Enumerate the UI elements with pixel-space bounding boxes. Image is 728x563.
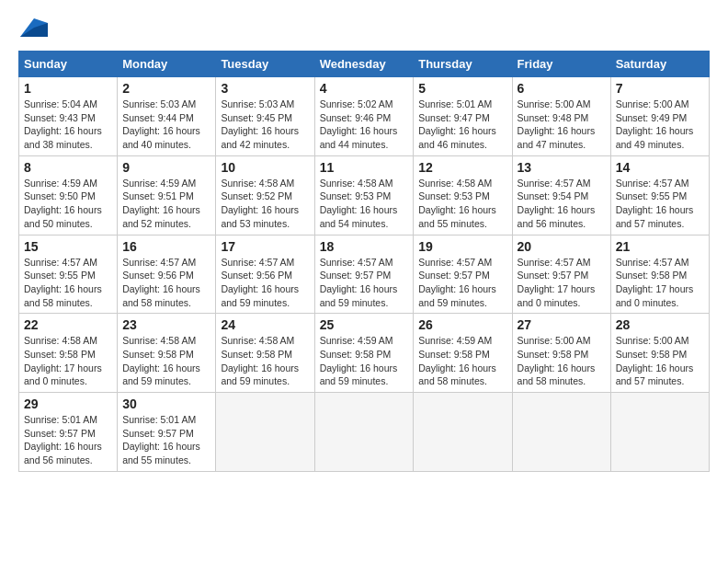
day-info: Sunrise: 4:59 AM Sunset: 9:50 PM Dayligh… xyxy=(24,177,112,231)
day-number: 6 xyxy=(518,81,606,96)
day-info: Sunrise: 5:00 AM Sunset: 9:58 PM Dayligh… xyxy=(518,334,606,388)
day-info: Sunrise: 5:01 AM Sunset: 9:47 PM Dayligh… xyxy=(418,98,506,152)
header xyxy=(18,18,710,41)
calendar-week-5: 29 Sunrise: 5:01 AM Sunset: 9:57 PM Dayl… xyxy=(19,393,710,472)
day-info: Sunrise: 4:57 AM Sunset: 9:57 PM Dayligh… xyxy=(518,256,606,310)
header-thursday: Thursday xyxy=(414,52,512,77)
calendar-cell: 3 Sunrise: 5:03 AM Sunset: 9:45 PM Dayli… xyxy=(216,77,314,156)
day-info: Sunrise: 5:00 AM Sunset: 9:58 PM Dayligh… xyxy=(616,334,704,388)
calendar-cell: 2 Sunrise: 5:03 AM Sunset: 9:44 PM Dayli… xyxy=(118,77,216,156)
calendar-cell: 17 Sunrise: 4:57 AM Sunset: 9:56 PM Dayl… xyxy=(216,235,314,314)
calendar-cell xyxy=(414,393,512,472)
calendar-week-4: 22 Sunrise: 4:58 AM Sunset: 9:58 PM Dayl… xyxy=(19,314,710,393)
header-saturday: Saturday xyxy=(610,52,709,77)
calendar-cell: 24 Sunrise: 4:58 AM Sunset: 9:58 PM Dayl… xyxy=(216,314,314,393)
calendar-cell: 22 Sunrise: 4:58 AM Sunset: 9:58 PM Dayl… xyxy=(19,314,118,393)
day-number: 3 xyxy=(221,81,309,96)
calendar-cell: 11 Sunrise: 4:58 AM Sunset: 9:53 PM Dayl… xyxy=(314,155,414,235)
day-info: Sunrise: 4:58 AM Sunset: 9:58 PM Dayligh… xyxy=(122,334,210,388)
day-number: 2 xyxy=(122,81,210,96)
day-number: 4 xyxy=(320,81,409,96)
day-info: Sunrise: 4:57 AM Sunset: 9:56 PM Dayligh… xyxy=(122,256,210,310)
day-number: 26 xyxy=(418,317,506,332)
logo xyxy=(18,18,48,41)
calendar-cell: 15 Sunrise: 4:57 AM Sunset: 9:55 PM Dayl… xyxy=(19,235,118,314)
day-info: Sunrise: 4:57 AM Sunset: 9:55 PM Dayligh… xyxy=(24,256,112,310)
day-info: Sunrise: 4:57 AM Sunset: 9:56 PM Dayligh… xyxy=(221,256,309,310)
day-number: 24 xyxy=(221,317,309,332)
day-number: 25 xyxy=(320,317,409,332)
day-info: Sunrise: 4:57 AM Sunset: 9:57 PM Dayligh… xyxy=(418,256,506,310)
calendar-cell: 6 Sunrise: 5:00 AM Sunset: 9:48 PM Dayli… xyxy=(512,77,610,156)
day-number: 15 xyxy=(24,239,112,254)
day-number: 21 xyxy=(616,239,704,254)
calendar-cell: 8 Sunrise: 4:59 AM Sunset: 9:50 PM Dayli… xyxy=(19,155,118,235)
header-friday: Friday xyxy=(512,52,610,77)
day-info: Sunrise: 4:59 AM Sunset: 9:58 PM Dayligh… xyxy=(320,334,409,388)
calendar-cell: 5 Sunrise: 5:01 AM Sunset: 9:47 PM Dayli… xyxy=(414,77,512,156)
day-info: Sunrise: 5:02 AM Sunset: 9:46 PM Dayligh… xyxy=(320,98,409,152)
day-number: 8 xyxy=(24,160,112,175)
day-number: 28 xyxy=(616,317,704,332)
day-info: Sunrise: 4:58 AM Sunset: 9:58 PM Dayligh… xyxy=(24,334,112,388)
header-monday: Monday xyxy=(118,52,216,77)
day-number: 12 xyxy=(418,160,506,175)
day-info: Sunrise: 5:03 AM Sunset: 9:45 PM Dayligh… xyxy=(221,98,309,152)
day-info: Sunrise: 4:59 AM Sunset: 9:58 PM Dayligh… xyxy=(418,334,506,388)
calendar-cell xyxy=(216,393,314,472)
calendar-cell: 29 Sunrise: 5:01 AM Sunset: 9:57 PM Dayl… xyxy=(19,393,118,472)
day-info: Sunrise: 5:01 AM Sunset: 9:57 PM Dayligh… xyxy=(24,413,112,467)
day-number: 16 xyxy=(122,239,210,254)
day-info: Sunrise: 4:58 AM Sunset: 9:53 PM Dayligh… xyxy=(320,177,409,231)
calendar-week-3: 15 Sunrise: 4:57 AM Sunset: 9:55 PM Dayl… xyxy=(19,235,710,314)
day-number: 27 xyxy=(518,317,606,332)
day-info: Sunrise: 4:57 AM Sunset: 9:55 PM Dayligh… xyxy=(616,177,704,231)
calendar-cell: 4 Sunrise: 5:02 AM Sunset: 9:46 PM Dayli… xyxy=(314,77,414,156)
calendar-header-row: SundayMondayTuesdayWednesdayThursdayFrid… xyxy=(19,52,710,77)
calendar-cell: 9 Sunrise: 4:59 AM Sunset: 9:51 PM Dayli… xyxy=(118,155,216,235)
header-sunday: Sunday xyxy=(19,52,118,77)
logo-icon xyxy=(20,18,48,37)
day-number: 7 xyxy=(616,81,704,96)
calendar-body: 1 Sunrise: 5:04 AM Sunset: 9:43 PM Dayli… xyxy=(19,77,710,472)
day-number: 11 xyxy=(320,160,409,175)
calendar-cell: 30 Sunrise: 5:01 AM Sunset: 9:57 PM Dayl… xyxy=(118,393,216,472)
calendar-cell: 13 Sunrise: 4:57 AM Sunset: 9:54 PM Dayl… xyxy=(512,155,610,235)
day-number: 20 xyxy=(518,239,606,254)
day-info: Sunrise: 5:04 AM Sunset: 9:43 PM Dayligh… xyxy=(24,98,112,152)
calendar-cell: 25 Sunrise: 4:59 AM Sunset: 9:58 PM Dayl… xyxy=(314,314,414,393)
day-number: 10 xyxy=(221,160,309,175)
day-info: Sunrise: 5:00 AM Sunset: 9:49 PM Dayligh… xyxy=(616,98,704,152)
calendar-week-2: 8 Sunrise: 4:59 AM Sunset: 9:50 PM Dayli… xyxy=(19,155,710,235)
calendar-cell: 27 Sunrise: 5:00 AM Sunset: 9:58 PM Dayl… xyxy=(512,314,610,393)
day-number: 23 xyxy=(122,317,210,332)
calendar-week-1: 1 Sunrise: 5:04 AM Sunset: 9:43 PM Dayli… xyxy=(19,77,710,156)
calendar-cell: 21 Sunrise: 4:57 AM Sunset: 9:58 PM Dayl… xyxy=(610,235,709,314)
calendar-cell: 23 Sunrise: 4:58 AM Sunset: 9:58 PM Dayl… xyxy=(118,314,216,393)
day-number: 14 xyxy=(616,160,704,175)
day-number: 5 xyxy=(418,81,506,96)
day-number: 9 xyxy=(122,160,210,175)
header-wednesday: Wednesday xyxy=(314,52,414,77)
calendar-cell xyxy=(512,393,610,472)
logo-text xyxy=(18,18,48,41)
day-number: 17 xyxy=(221,239,309,254)
calendar-cell xyxy=(314,393,414,472)
day-info: Sunrise: 4:57 AM Sunset: 9:54 PM Dayligh… xyxy=(518,177,606,231)
calendar-cell: 10 Sunrise: 4:58 AM Sunset: 9:52 PM Dayl… xyxy=(216,155,314,235)
day-info: Sunrise: 4:58 AM Sunset: 9:52 PM Dayligh… xyxy=(221,177,309,231)
day-info: Sunrise: 4:57 AM Sunset: 9:57 PM Dayligh… xyxy=(320,256,409,310)
calendar-cell: 20 Sunrise: 4:57 AM Sunset: 9:57 PM Dayl… xyxy=(512,235,610,314)
calendar-cell: 18 Sunrise: 4:57 AM Sunset: 9:57 PM Dayl… xyxy=(314,235,414,314)
day-number: 29 xyxy=(24,396,112,411)
calendar-cell: 12 Sunrise: 4:58 AM Sunset: 9:53 PM Dayl… xyxy=(414,155,512,235)
day-info: Sunrise: 4:57 AM Sunset: 9:58 PM Dayligh… xyxy=(616,256,704,310)
day-number: 19 xyxy=(418,239,506,254)
day-info: Sunrise: 5:00 AM Sunset: 9:48 PM Dayligh… xyxy=(518,98,606,152)
day-info: Sunrise: 5:01 AM Sunset: 9:57 PM Dayligh… xyxy=(122,413,210,467)
calendar-cell xyxy=(610,393,709,472)
calendar-cell: 19 Sunrise: 4:57 AM Sunset: 9:57 PM Dayl… xyxy=(414,235,512,314)
day-number: 22 xyxy=(24,317,112,332)
day-number: 18 xyxy=(320,239,409,254)
day-info: Sunrise: 4:59 AM Sunset: 9:51 PM Dayligh… xyxy=(122,177,210,231)
